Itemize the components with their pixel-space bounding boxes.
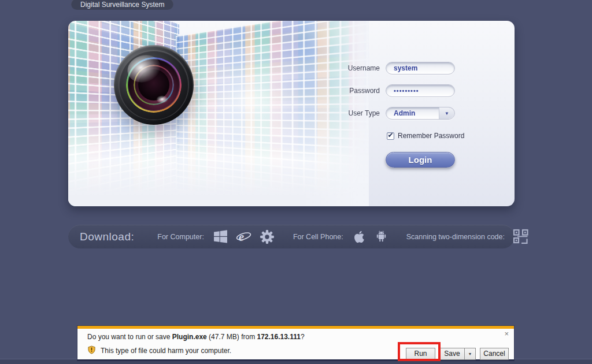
app-title-tab: Digital Surveillance System [71, 0, 173, 10]
phone-download-icons [353, 230, 388, 244]
close-icon[interactable]: × [504, 330, 509, 337]
save-button[interactable]: Save [439, 348, 465, 360]
remember-password-row: ✔ Remember Password [387, 132, 464, 140]
computer-download-icons: e [213, 229, 275, 244]
user-type-dropdown-button[interactable]: ▼ [439, 107, 454, 119]
gear-icon[interactable] [260, 229, 275, 244]
download-prompt-text: Do you want to run or save Plugin.exe (4… [87, 333, 305, 341]
login-button[interactable]: Login [386, 152, 455, 168]
password-label: Password [310, 87, 380, 95]
qr-scan-label: Scanning two-dimension code: [406, 233, 505, 241]
qr-code-icon[interactable] [513, 229, 530, 244]
run-button[interactable]: Run [406, 348, 435, 360]
password-field-wrap [386, 84, 455, 97]
check-icon: ✔ [387, 132, 393, 139]
remember-password-checkbox[interactable]: ✔ [387, 132, 394, 140]
harm-warning-text: This type of file could harm your comput… [101, 347, 231, 355]
apple-icon[interactable] [353, 230, 367, 244]
download-title: Download: [80, 231, 134, 243]
username-label: Username [310, 64, 380, 72]
camera-lens-icon [114, 45, 194, 125]
user-type-value: Admin [386, 107, 439, 119]
ie-download-notification: Do you want to run or save Plugin.exe (4… [77, 325, 515, 361]
login-card: Username Password User Type Admin ▼ ✔ [68, 21, 515, 206]
user-type-select[interactable]: Admin ▼ [386, 107, 455, 120]
android-icon[interactable] [375, 230, 388, 243]
chevron-down-icon: ▼ [468, 352, 472, 356]
username-input[interactable] [386, 62, 454, 74]
harm-warning-row: This type of file could harm your comput… [87, 346, 231, 356]
password-input[interactable] [386, 85, 454, 96]
user-type-row: User Type Admin ▼ [310, 107, 461, 120]
save-dropdown-button[interactable]: ▼ [464, 348, 476, 360]
file-name: Plugin.exe [172, 333, 207, 341]
shield-warning-icon [87, 346, 96, 356]
for-computer-label: For Computer: [157, 233, 204, 241]
warning-stripe [77, 326, 514, 329]
windows-icon[interactable] [213, 229, 228, 244]
for-cell-phone-label: For Cell Phone: [293, 233, 343, 241]
password-row: Password [310, 84, 461, 97]
username-row: Username [310, 62, 461, 75]
username-field-wrap [386, 62, 455, 75]
download-bar: Download: For Computer: e [68, 225, 515, 248]
chevron-down-icon: ▼ [445, 111, 449, 116]
ie-browser-icon[interactable]: e [236, 229, 251, 244]
user-type-label: User Type [310, 109, 380, 117]
svg-text:e: e [239, 230, 245, 244]
host-address: 172.16.13.111 [257, 333, 300, 341]
cancel-button[interactable]: Cancel [480, 348, 509, 360]
remember-password-label: Remember Password [398, 132, 464, 140]
